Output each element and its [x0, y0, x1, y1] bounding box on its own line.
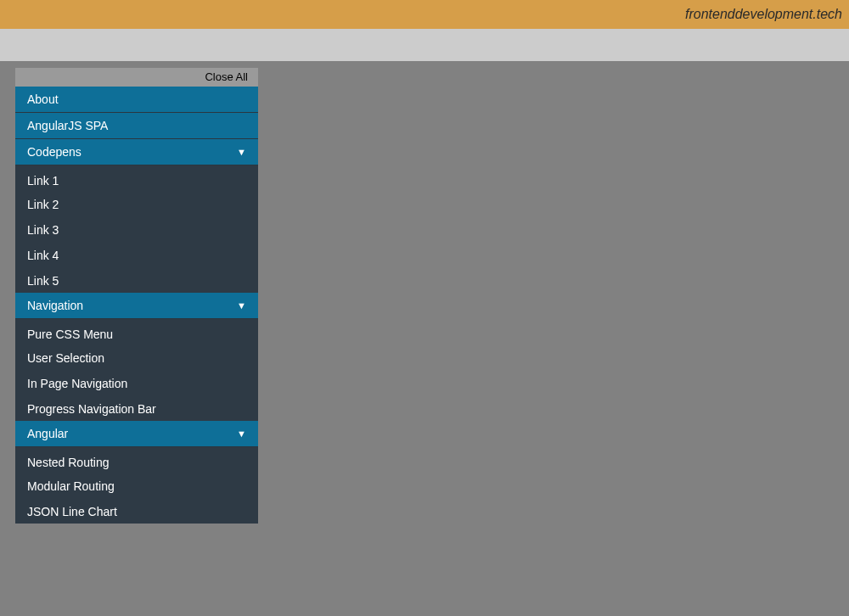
submenu-angular: Nested Routing Modular Routing JSON Line…: [15, 447, 258, 524]
submenu-item[interactable]: In Page Navigation: [15, 370, 258, 395]
menu-item-label: Navigation: [27, 299, 83, 312]
menu-item-angularjs-spa[interactable]: AngularJS SPA: [15, 113, 258, 139]
submenu-navigation: Pure CSS Menu User Selection In Page Nav…: [15, 319, 258, 421]
secondary-bar: [0, 29, 849, 61]
submenu-item[interactable]: Link 5: [15, 267, 258, 293]
submenu-item[interactable]: JSON Line Chart: [15, 498, 258, 524]
submenu-item[interactable]: Modular Routing: [15, 473, 258, 498]
menu-item-label: About: [27, 92, 59, 106]
submenu-item[interactable]: Link 2: [15, 191, 258, 216]
submenu-item[interactable]: User Selection: [15, 344, 258, 370]
caret-down-icon: ▼: [237, 428, 246, 439]
menu-section-codepens[interactable]: Codepens ▼: [15, 139, 258, 165]
sidebar: Close All About AngularJS SPA Codepens ▼…: [15, 68, 258, 524]
menu-section-angular[interactable]: Angular ▼: [15, 421, 258, 447]
submenu-item[interactable]: Link 4: [15, 242, 258, 267]
submenu-item[interactable]: Progress Navigation Bar: [15, 395, 258, 421]
menu-item-label: AngularJS SPA: [27, 119, 108, 132]
site-name: frontenddevelopment.tech: [685, 7, 842, 22]
submenu-item[interactable]: Nested Routing: [15, 447, 258, 473]
caret-down-icon: ▼: [237, 300, 246, 311]
close-all-button[interactable]: Close All: [15, 68, 258, 87]
menu-item-label: Angular: [27, 427, 68, 440]
menu-item-label: Codepens: [27, 145, 82, 159]
submenu-codepens: Link 1 Link 2 Link 3 Link 4 Link 5: [15, 165, 258, 293]
submenu-item[interactable]: Link 3: [15, 216, 258, 242]
menu-section-navigation[interactable]: Navigation ▼: [15, 293, 258, 319]
submenu-item[interactable]: Pure CSS Menu: [15, 319, 258, 344]
top-banner: frontenddevelopment.tech: [0, 0, 849, 29]
main-area: Close All About AngularJS SPA Codepens ▼…: [0, 61, 849, 524]
caret-down-icon: ▼: [237, 147, 246, 157]
content-panel: [273, 68, 834, 524]
menu-item-about[interactable]: About: [15, 87, 258, 113]
submenu-item[interactable]: Link 1: [15, 165, 258, 191]
